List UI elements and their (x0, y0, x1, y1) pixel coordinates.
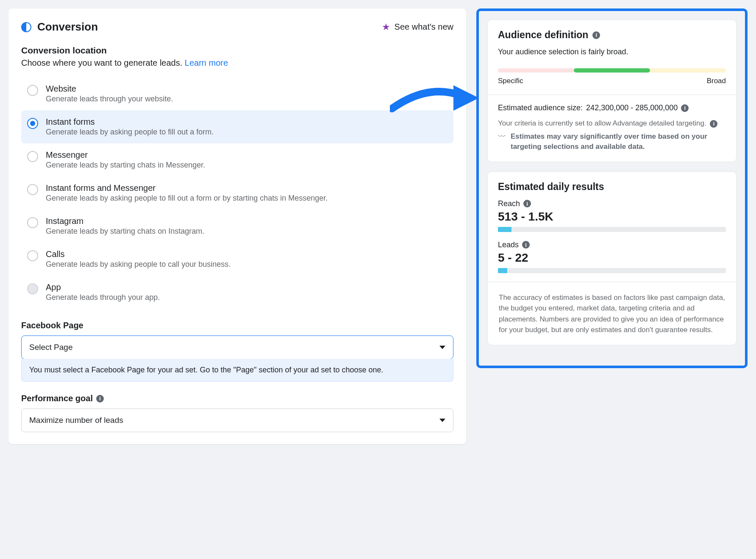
info-icon[interactable]: i (681, 104, 689, 112)
info-icon[interactable]: i (710, 120, 717, 128)
chevron-down-icon (439, 346, 445, 349)
facebook-page-heading: Facebook Page (21, 321, 453, 330)
option-label: Calls (46, 249, 231, 259)
option-desc: Generate leads by asking people to call … (46, 260, 231, 269)
vary-note: Estimates may vary significantly over ti… (511, 131, 726, 152)
option-label: Instant forms (46, 117, 214, 127)
option-desc: Generate leads by asking people to fill … (46, 194, 328, 203)
chevron-down-icon (439, 419, 445, 422)
facebook-page-select[interactable]: Select Page (21, 335, 453, 359)
gauge-labels: Specific Broad (498, 77, 726, 85)
leads-value: 5 - 22 (498, 251, 726, 265)
estimated-daily-results-card: Estimated daily results Reach i 513 - 1.… (487, 171, 737, 345)
reach-label: Reach i (498, 199, 726, 208)
estimated-size-value: 242,300,000 - 285,000,000 (586, 103, 678, 112)
option-desc: Generate leads by starting chats on Inst… (46, 227, 204, 236)
option-desc: Generate leads through your website. (46, 95, 173, 103)
conversion-location-heading: Conversion location (21, 45, 453, 56)
option-label: Instagram (46, 216, 204, 226)
option-instagram[interactable]: Instagram Generate leads by starting cha… (21, 210, 453, 243)
performance-goal-heading: Performance goal i (21, 394, 453, 403)
trend-icon: 〰︎ (498, 132, 506, 141)
conversion-location-desc: Choose where you want to generate leads.… (21, 58, 453, 68)
option-desc: Generate leads by starting chats in Mess… (46, 161, 205, 170)
radio-icon (27, 283, 38, 294)
facebook-page-warning: You must select a Facebook Page for your… (21, 359, 453, 382)
option-messenger[interactable]: Messenger Generate leads by starting cha… (21, 143, 453, 176)
leads-bar (498, 268, 726, 273)
audience-heading: Audience definition i (498, 29, 726, 41)
option-app[interactable]: App Generate leads through your app. (21, 276, 453, 309)
conversion-panel: Conversion ★ See what's new Conversion l… (8, 8, 466, 444)
radio-icon (27, 217, 38, 228)
audience-gauge (498, 68, 726, 73)
daily-heading: Estimated daily results (498, 181, 726, 193)
estimates-highlight: Audience definition i Your audience sele… (476, 8, 748, 368)
daily-disclaimer: The accuracy of estimates is based on fa… (498, 291, 726, 335)
section-header: Conversion (21, 20, 98, 34)
leads-label: Leads i (498, 240, 726, 249)
info-icon[interactable]: i (523, 200, 531, 207)
criteria-note: Your criteria is currently set to allow … (498, 118, 726, 129)
radio-icon (27, 184, 38, 195)
facebook-page-placeholder: Select Page (29, 343, 72, 352)
option-desc: Generate leads by asking people to fill … (46, 128, 214, 137)
performance-goal-value: Maximize number of leads (29, 416, 123, 425)
performance-goal-select[interactable]: Maximize number of leads (21, 408, 453, 432)
audience-definition-card: Audience definition i Your audience sele… (487, 20, 737, 162)
leads-bar-fill (498, 268, 507, 273)
gauge-broad-label: Broad (707, 77, 726, 85)
option-website[interactable]: Website Generate leads through your webs… (21, 77, 453, 110)
radio-icon (27, 250, 38, 261)
learn-more-link[interactable]: Learn more (185, 58, 228, 67)
gauge-specific-label: Specific (498, 77, 523, 85)
reach-bar-fill (498, 227, 511, 232)
section-title: Conversion (37, 20, 98, 34)
whats-new-link[interactable]: ★ See what's new (382, 22, 453, 33)
option-instant-forms-messenger[interactable]: Instant forms and Messenger Generate lea… (21, 176, 453, 210)
option-label: App (46, 282, 160, 292)
star-icon: ★ (382, 22, 390, 33)
option-desc: Generate leads through your app. (46, 293, 160, 302)
radio-icon (27, 118, 38, 129)
option-instant-forms[interactable]: Instant forms Generate leads by asking p… (21, 110, 453, 143)
radio-icon (27, 85, 38, 96)
info-icon[interactable]: i (592, 31, 600, 39)
option-label: Messenger (46, 150, 205, 160)
conversion-location-options: Website Generate leads through your webs… (21, 77, 453, 309)
info-icon[interactable]: i (522, 241, 530, 249)
option-label: Instant forms and Messenger (46, 183, 328, 193)
radio-icon (27, 151, 38, 162)
reach-bar (498, 227, 726, 232)
conversion-icon (21, 22, 31, 32)
whats-new-label: See what's new (395, 22, 453, 32)
estimated-size: Estimated audience size: 242,300,000 - 2… (498, 103, 726, 112)
option-calls[interactable]: Calls Generate leads by asking people to… (21, 243, 453, 276)
audience-desc: Your audience selection is fairly broad. (498, 48, 726, 56)
reach-value: 513 - 1.5K (498, 210, 726, 224)
info-icon[interactable]: i (96, 395, 104, 402)
option-label: Website (46, 84, 173, 94)
